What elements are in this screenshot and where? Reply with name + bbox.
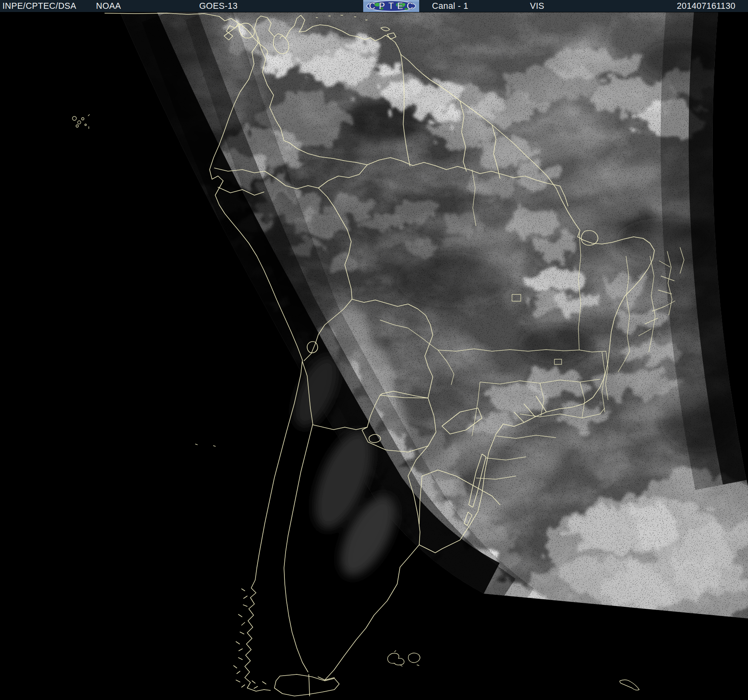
header-bar: INPE/CPTEC/DSA NOAA GOES-13 CPTEC Canal … [0,0,748,12]
satellite-canvas [0,12,748,700]
logo-text: CPTEC [369,1,414,11]
cptec-logo-graphic: CPTEC [363,0,419,12]
agency-label: NOAA [96,0,121,12]
satellite-label: GOES-13 [199,0,238,12]
timestamp-label: 201407161130 [677,0,736,12]
channel-type-label: VIS [530,0,544,12]
cptec-logo: CPTEC [363,0,419,12]
satellite-image [0,12,748,700]
satellite-product-window: INPE/CPTEC/DSA NOAA GOES-13 CPTEC Canal … [0,0,748,700]
institution-label: INPE/CPTEC/DSA [2,0,76,12]
channel-label: Canal - 1 [432,0,468,12]
